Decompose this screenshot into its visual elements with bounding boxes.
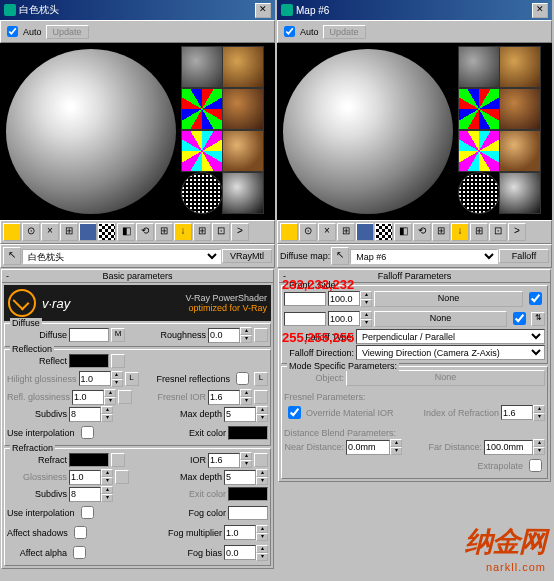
thumb[interactable] [458, 172, 500, 214]
falloff-type-select[interactable]: Perpendicular / Parallel [356, 329, 545, 344]
material-sphere[interactable] [6, 49, 176, 214]
ior-input[interactable] [208, 453, 240, 468]
thumb[interactable] [222, 46, 264, 88]
auto-checkbox[interactable]: Auto [280, 23, 319, 40]
subdivs-input[interactable] [69, 407, 101, 422]
update-button[interactable]: Update [323, 25, 366, 39]
tool-icon[interactable] [375, 223, 393, 241]
thumb[interactable] [222, 130, 264, 172]
vray-banner: v·ray V-Ray PowerShaderoptimized for V-R… [4, 285, 271, 321]
fog-swatch[interactable] [228, 506, 268, 520]
hilight-input[interactable] [79, 371, 111, 386]
thumb[interactable] [499, 172, 541, 214]
tool-icon[interactable]: × [41, 223, 59, 241]
object-button[interactable]: None [346, 370, 545, 386]
map-name-field[interactable]: Map #6 [350, 249, 498, 264]
fresnel-checkbox[interactable] [236, 372, 249, 385]
map-slot[interactable] [111, 354, 125, 368]
side-swatch[interactable] [284, 312, 326, 326]
material-name-field[interactable]: 白色枕头 [22, 249, 221, 264]
front-swatch[interactable] [284, 292, 326, 306]
thumb[interactable] [458, 46, 500, 88]
annotation: 255,255,255 [282, 330, 354, 345]
tool-icon[interactable] [98, 223, 116, 241]
thumb[interactable] [458, 130, 500, 172]
tool-icon[interactable]: ↓ [451, 223, 469, 241]
spinner-icon[interactable]: ▴▾ [240, 327, 252, 343]
tool-icon[interactable] [79, 223, 97, 241]
tool-icon[interactable]: ⊞ [60, 223, 78, 241]
tool-icon[interactable]: ⊞ [155, 223, 173, 241]
thumb[interactable] [499, 88, 541, 130]
diffuse-swatch[interactable] [69, 328, 109, 342]
side-map-button[interactable]: None [374, 311, 507, 327]
watermark: 纳金网 narkll.com [465, 523, 546, 573]
tool-icon[interactable] [280, 223, 298, 241]
thumb[interactable] [499, 46, 541, 88]
tool-icon[interactable]: ⊙ [22, 223, 40, 241]
tool-icon[interactable]: ⊞ [470, 223, 488, 241]
thumb[interactable] [181, 46, 223, 88]
pick-icon[interactable]: ↖ [3, 247, 21, 265]
tool-icon[interactable]: ⟲ [136, 223, 154, 241]
swap-icon[interactable]: ⇅ [531, 312, 545, 326]
roughness-input[interactable] [208, 328, 240, 343]
tool-icon[interactable]: ⊡ [212, 223, 230, 241]
window-title: Map #6 [296, 5, 532, 16]
reflect-swatch[interactable] [69, 354, 109, 368]
lock-icon[interactable]: L [254, 372, 268, 386]
tool-icon[interactable] [356, 223, 374, 241]
material-type-button[interactable]: VRayMtl [222, 249, 272, 263]
tool-icon[interactable]: ↓ [174, 223, 192, 241]
update-button[interactable]: Update [46, 25, 89, 39]
thumb[interactable] [458, 88, 500, 130]
exit-swatch[interactable] [228, 426, 268, 440]
falloff-dir-select[interactable]: Viewing Direction (Camera Z-Axis) [356, 345, 545, 360]
pick-icon[interactable]: ↖ [331, 247, 349, 265]
rollup-header[interactable]: -Basic parameters [2, 270, 273, 283]
close-icon[interactable]: ✕ [255, 3, 271, 18]
tool-icon[interactable]: ⟲ [413, 223, 431, 241]
exit-swatch2[interactable] [228, 487, 268, 501]
app-icon [281, 4, 293, 16]
map-slot[interactable] [254, 328, 268, 342]
tool-icon[interactable]: ⊞ [432, 223, 450, 241]
interp-checkbox[interactable] [81, 426, 94, 439]
tool-icon[interactable] [3, 223, 21, 241]
annotation: 232,232,232 [282, 277, 354, 292]
fresnel-ior-input[interactable] [208, 390, 240, 405]
refract-swatch[interactable] [69, 453, 109, 467]
close-icon[interactable]: ✕ [532, 3, 548, 18]
tool-icon[interactable]: > [231, 223, 249, 241]
tool-icon[interactable]: ⊡ [489, 223, 507, 241]
tool-icon[interactable]: > [508, 223, 526, 241]
auto-checkbox[interactable]: Auto [3, 23, 42, 40]
map-type-button[interactable]: Falloff [499, 249, 549, 263]
front-map-button[interactable]: None [374, 291, 523, 307]
thumb[interactable] [222, 172, 264, 214]
tool-icon[interactable]: × [318, 223, 336, 241]
thumb[interactable] [499, 130, 541, 172]
tool-icon[interactable]: ◧ [117, 223, 135, 241]
override-ior-checkbox[interactable] [288, 406, 301, 419]
window-title: 白色枕头 [19, 3, 255, 17]
tool-icon[interactable]: ⊞ [193, 223, 211, 241]
diffuse-map-slot[interactable]: M [111, 328, 125, 342]
tool-icon[interactable]: ◧ [394, 223, 412, 241]
tool-icon[interactable]: ⊙ [299, 223, 317, 241]
maxdepth-input[interactable] [224, 407, 256, 422]
titlebar-right[interactable]: Map #6 ✕ [277, 0, 552, 20]
reflection-group: Reflection Reflect Hilight glossiness ▴▾… [4, 349, 271, 446]
preview-area [277, 43, 552, 220]
thumb[interactable] [181, 88, 223, 130]
material-sphere[interactable] [283, 49, 453, 214]
titlebar-left[interactable]: 白色枕头 ✕ [0, 0, 275, 20]
thumb[interactable] [181, 130, 223, 172]
thumb[interactable] [222, 88, 264, 130]
lock-button[interactable]: L [125, 372, 139, 386]
refl-gloss-input[interactable] [72, 390, 104, 405]
thumb[interactable] [181, 172, 223, 214]
tool-icon[interactable]: ⊞ [337, 223, 355, 241]
left-panel: 白色枕头 ✕ Auto Update ⊙ × ⊞ ◧ ⟲ ⊞ ↓ ⊞ ⊡ > ↖… [0, 0, 275, 570]
vray-logo-icon [8, 289, 36, 317]
